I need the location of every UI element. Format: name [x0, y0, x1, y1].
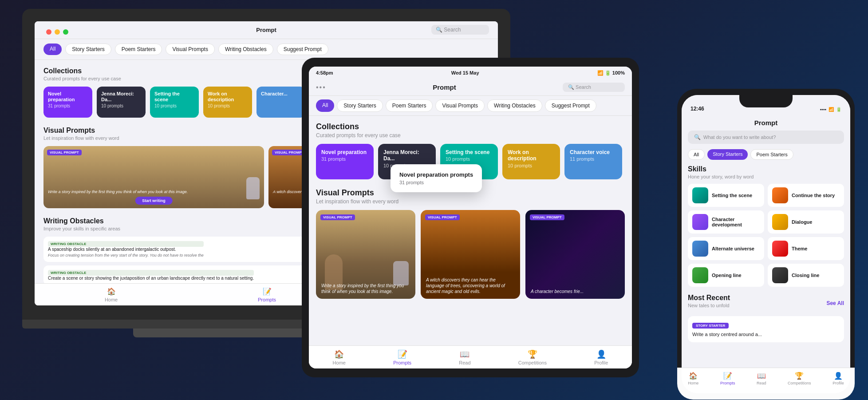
iphone-nav-prompts[interactable]: 📝 Prompts [720, 372, 735, 385]
iphone: 12:46 ▪▪▪▪ 📶 🔋 Prompt 🔍 What do you want… [677, 89, 855, 400]
prompts-icon-ipad: 📝 [398, 349, 407, 359]
novel-popup: Novel preparation prompts 31 prompts [391, 164, 482, 192]
collection-card-setting[interactable]: Setting the scene 10 prompts [150, 87, 199, 118]
iphone-search-placeholder: What do you want to write about? [703, 135, 776, 140]
tab-story-starters[interactable]: Story Starters [65, 44, 111, 55]
collection-card-jenna[interactable]: Jenna Moreci: Da... 10 prompts [97, 87, 146, 118]
collection-card-char[interactable]: Character... [256, 87, 305, 118]
ipad-visual-text-2: A witch discovers they can hear the lang… [426, 277, 515, 294]
skill-thumb-continue [772, 187, 788, 203]
mac-search-input[interactable]: 🔍 Search [431, 25, 489, 35]
collection-name-work: Work on description [208, 91, 248, 103]
ipad-menu-dots[interactable]: ••• [316, 83, 326, 91]
ipad-collection-work[interactable]: Work on description 10 prompts [502, 144, 560, 179]
competitions-icon: 🏆 [528, 349, 537, 359]
collection-name-novel: Novel preparation [48, 91, 88, 103]
close-button[interactable] [46, 29, 51, 35]
ipad-setting-count: 10 prompts [446, 156, 493, 162]
wifi-icon: 📶 [829, 107, 834, 112]
ipad-search-input[interactable]: 🔍 Search [563, 83, 625, 92]
ipad-nav-home[interactable]: 🏠 Home [333, 349, 346, 365]
iphone-nav-profile[interactable]: 👤 Profile [832, 372, 844, 385]
obstacle-sub-1: Focus on creating tension from the very … [48, 253, 204, 257]
iphone-tab-all[interactable]: All [688, 149, 705, 160]
visual-label-2: VISUAL PROMPT [272, 150, 307, 155]
home-icon-iphone: 🏠 [689, 372, 698, 380]
visual-label-1: VISUAL PROMPT [47, 150, 82, 155]
maximize-button[interactable] [63, 29, 68, 35]
prompts-icon-iphone: 📝 [723, 372, 732, 380]
tab-writing-obstacles[interactable]: Writing Obstacles [218, 44, 273, 55]
ipad-tab-writing[interactable]: Writing Obstacles [487, 99, 542, 112]
skill-thumb-dialogue [772, 214, 788, 230]
ipad-nav-prompts[interactable]: 📝 Prompts [393, 349, 411, 365]
ipad-work-name: Work on description [508, 149, 555, 162]
start-writing-button[interactable]: Start writing [135, 197, 173, 205]
iphone-nav-competitions[interactable]: 🏆 Competitions [788, 372, 811, 385]
ipad-battery: 📶 🔋 100% [597, 70, 625, 76]
minimize-button[interactable] [55, 29, 60, 35]
mac-nav-home[interactable]: 🏠 Home [105, 287, 118, 302]
skill-name-character: Character development [712, 217, 760, 227]
ipad-visual-text-3: A character becomes frie... [531, 289, 619, 294]
mac-nav-prompts[interactable]: 📝 Prompts [258, 287, 276, 302]
ipad-work-count: 10 prompts [508, 163, 555, 168]
skill-card-dialogue[interactable]: Dialogue [768, 210, 844, 234]
skill-card-continue[interactable]: Continue the story [768, 184, 844, 207]
iphone-app-title: Prompt [682, 115, 850, 131]
skill-card-opening[interactable]: Opening line [688, 264, 764, 287]
mac-titlebar: Prompt 🔍 Search [35, 21, 498, 39]
ipad-nav-read[interactable]: 📖 Read [459, 349, 470, 365]
visual-card-1[interactable]: VISUAL PROMPT Write a story inspired by … [43, 146, 264, 208]
iphone-tab-poem[interactable]: Poem Starters [750, 149, 793, 160]
ipad-tab-visual[interactable]: Visual Prompts [435, 99, 484, 112]
iphone-story-card[interactable]: STORY STARTER Write a story centred arou… [688, 316, 844, 342]
skill-card-theme[interactable]: Theme [768, 237, 844, 260]
obstacle-badge-1: WRITING OBSTACLE [48, 241, 204, 247]
iphone-status-icons: ▪▪▪▪ 📶 🔋 [820, 107, 841, 112]
collection-card-novel[interactable]: Novel preparation 31 prompts [43, 87, 92, 118]
obstacle-badge-2: WRITING OBSTACLE [48, 270, 254, 276]
tab-poem-starters[interactable]: Poem Starters [115, 44, 162, 55]
collection-card-work[interactable]: Work on description 10 prompts [203, 87, 252, 118]
profile-icon: 👤 [596, 349, 606, 359]
ipad-nav-profile[interactable]: 👤 Profile [594, 349, 608, 365]
ipad-main-content: Collections Curated prompts for every us… [309, 116, 632, 345]
ipad-visual-badge-1: VISUAL PROMPT [320, 214, 355, 220]
tab-all[interactable]: All [43, 44, 62, 55]
ipad-tab-all[interactable]: All [316, 99, 334, 112]
iphone-nav-read[interactable]: 📖 Read [757, 372, 766, 385]
ipad-visual-badge-2: VISUAL PROMPT [425, 214, 460, 220]
ipad-char-name: Character voice [570, 149, 617, 155]
ipad-collection-novel[interactable]: Novel preparation 31 prompts [316, 144, 374, 179]
skill-card-setting[interactable]: Setting the scene [688, 184, 764, 207]
ipad-tab-story[interactable]: Story Starters [337, 99, 383, 112]
obstacle-text-2: Create a scene or story showing the juxt… [48, 276, 254, 281]
skill-card-alternate[interactable]: Alternate universe [688, 237, 764, 260]
ipad-tab-suggest[interactable]: Suggest Prompt [545, 99, 596, 112]
home-icon: 🏠 [107, 287, 116, 296]
ipad-nav-competitions[interactable]: 🏆 Competitions [518, 349, 547, 365]
skill-thumb-closing [772, 267, 788, 283]
search-icon-iphone: 🔍 [694, 134, 701, 140]
tab-visual-prompts[interactable]: Visual Prompts [166, 44, 214, 55]
tab-suggest-prompt[interactable]: Suggest Prompt [277, 44, 328, 55]
skill-card-character[interactable]: Character development [688, 210, 764, 234]
competitions-icon-iphone: 🏆 [795, 372, 804, 380]
iphone-nav-home[interactable]: 🏠 Home [688, 372, 698, 385]
ipad-visual-3[interactable]: VISUAL PROMPT A character becomes frie..… [525, 210, 625, 299]
skill-name-continue: Continue the story [792, 193, 835, 198]
ipad-visual-1[interactable]: VISUAL PROMPT Write a story inspired by … [316, 210, 415, 299]
ipad-visual-2[interactable]: VISUAL PROMPT A witch discovers they can… [421, 210, 520, 299]
iphone-search-bar[interactable]: 🔍 What do you want to write about? [688, 131, 844, 144]
ipad-titlebar: ••• Prompt 🔍 Search [309, 79, 632, 96]
ipad-collection-char[interactable]: Character voice 11 prompts [564, 144, 622, 179]
ipad-tab-poem[interactable]: Poem Starters [386, 99, 433, 112]
obstacle-text-1: A spaceship docks silently at an abandon… [48, 247, 204, 252]
iphone-filter-tabs: All Story Starters Poem Starters [682, 147, 850, 162]
iphone-tab-story[interactable]: Story Starters [707, 149, 748, 160]
iphone-recent-title: Most Recent [688, 294, 730, 302]
iphone-recent-sub: New tales to unfold [688, 303, 730, 308]
see-all-button[interactable]: See All [826, 300, 844, 306]
skill-card-closing[interactable]: Closing line [768, 264, 844, 287]
